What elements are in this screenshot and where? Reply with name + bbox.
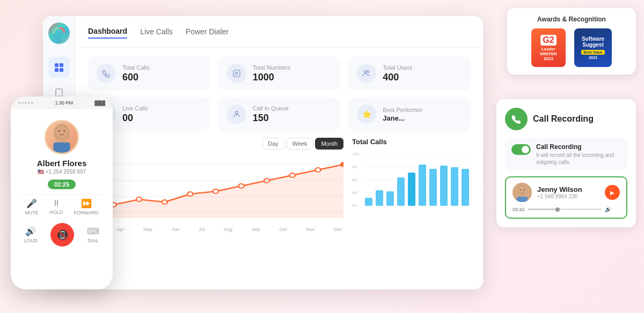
phone-time: 1:30 PM [55,100,73,106]
call-queue-label: Call In Queue [253,105,289,111]
call-timer: 02:25 [48,180,76,189]
svg-point-24 [187,192,193,196]
more-icon[interactable]: ⋮ [614,206,620,212]
phone-mockup: 1:30 PM ▓▓▓ Albert Flores 🇺🇸 +1 254 2658… [11,96,113,289]
bar-chart: 100 80 60 40 20 [352,149,470,219]
svg-rect-42 [376,190,383,206]
nav-dashboard[interactable]: Dashboard [88,25,127,39]
svg-rect-43 [386,191,394,206]
app-logo[interactable] [48,23,70,44]
end-call-button[interactable]: 📵 [50,223,74,247]
chart-week-btn[interactable]: Week [287,138,313,150]
svg-rect-44 [397,177,405,206]
stat-total-users: Total Users 400 [348,56,470,91]
jenny-wilson-card: Jenny Wilson +1 548 8964 236 ▶ 03:42 🔊 ⋮ [505,176,627,219]
svg-rect-49 [451,167,458,206]
total-calls-label: Total Calls [122,64,150,71]
svg-rect-45 [408,173,415,206]
mute-action[interactable]: 🎤 MUTE [25,198,39,215]
player-dot [555,207,560,212]
svg-text:20: 20 [352,203,357,208]
dial-action[interactable]: ⌨ DIAL [87,226,99,243]
jenny-play-button[interactable]: ▶ [605,185,620,200]
bar-chart-section: Total Calls 100 80 60 40 20 [352,138,470,232]
total-numbers-label: Total Numbers [253,64,291,71]
phone-status-bar: 1:30 PM ▓▓▓ [11,96,113,109]
software-suggest-badge: SoftwareSuggest Best Value 2023 [574,28,612,67]
contact-name: Albert Flores [19,159,104,168]
awards-title: Awards & Recognition [516,16,627,23]
svg-point-61 [523,189,524,190]
dial-label: DIAL [87,238,98,243]
line-chart-section: Day Week Month [88,138,343,232]
stats-row-2: Live Calls 00 Call In Queue 150 ⭐ [75,91,483,131]
stats-row-1: Total Calls 600 Total Numbers 1000 [75,48,483,91]
chart-controls: Day Week Month [88,138,343,150]
loud-label: LOUD [24,238,38,243]
svg-point-55 [63,130,65,132]
phone-end-row: 🔊 LOUD 📵 ⌨ DIAL [19,219,104,251]
total-users-label: Total Users [383,64,412,71]
svg-rect-50 [462,169,469,206]
sw-best-value: Best Value [581,50,604,55]
svg-point-15 [235,111,238,114]
phone-body: Albert Flores 🇺🇸 +1 254 2658 897 02:25 🎤… [11,109,113,257]
nav-power-dialer[interactable]: Power Dialer [186,25,229,38]
line-chart [88,154,343,223]
hold-action[interactable]: ⏸ HOLD [49,198,63,215]
g2-season: WINTER [540,51,557,56]
live-calls-value: 00 [122,113,148,124]
signal-dots [18,102,33,104]
toggle-label: Call Recording [536,143,621,151]
sidebar-item-dashboard[interactable] [48,57,70,78]
numbers-icon [227,64,246,83]
total-users-value: 400 [383,72,412,83]
jenny-avatar [513,183,532,202]
svg-rect-47 [429,169,437,206]
dial-icon: ⌨ [87,226,99,236]
stat-best-performer: ⭐ Best Performer Jane... [348,97,470,131]
chart-month-btn[interactable]: Month [315,138,343,150]
awards-badges: G2 Leader WINTER 2023 SoftwareSuggest Be… [516,28,627,67]
sw-logo: SoftwareSuggest [582,36,604,48]
player-bar[interactable] [528,208,602,210]
player-time: 03:42 [513,207,525,212]
g2-leader: Leader [541,47,555,51]
call-recording-title: Call Recording [533,114,594,124]
flag-icon: 🇺🇸 [38,169,44,175]
total-calls-value: 600 [122,72,150,83]
call-recording-toggle[interactable] [511,144,531,155]
chart-day-btn[interactable]: Day [262,138,284,150]
awards-card: Awards & Recognition G2 Leader WINTER 20… [507,8,636,74]
svg-point-59 [519,187,525,194]
svg-point-27 [264,178,269,183]
best-performer-label: Best Performer [383,107,422,113]
jenny-number: +1 548 8964 236 [537,193,582,199]
svg-point-53 [56,126,67,138]
forward-action[interactable]: ⏩ FORWARD [74,198,99,215]
hold-icon: ⏸ [52,198,61,208]
svg-rect-2 [60,63,63,67]
battery-icon: ▓▓▓ [94,100,105,106]
chart-section: Day Week Month [75,131,483,232]
svg-point-30 [341,162,343,167]
users-icon [357,64,376,83]
contact-avatar [45,120,79,154]
svg-text:80: 80 [352,165,357,169]
jenny-player: 03:42 🔊 ⋮ [513,206,620,212]
stat-total-calls: Total Calls 600 [88,56,210,91]
sw-year: 2023 [589,56,597,59]
svg-rect-3 [55,68,58,72]
svg-rect-4 [60,68,63,72]
phone-icon [97,64,116,83]
volume-icon: 🔊 [605,206,611,212]
loud-action[interactable]: 🔊 LOUD [24,226,38,243]
x-axis-labels: MarAprMayJunJul AugSepOctNovDec [88,227,343,232]
svg-rect-56 [54,143,70,154]
svg-text:100: 100 [352,152,360,156]
phone-actions-row: 🎤 MUTE ⏸ HOLD ⏩ FORWARD [19,195,104,219]
svg-point-14 [368,71,370,73]
jenny-top-row: Jenny Wilson +1 548 8964 236 ▶ [513,183,620,202]
nav-live-calls[interactable]: Live Calls [140,25,173,38]
svg-point-13 [364,71,367,73]
